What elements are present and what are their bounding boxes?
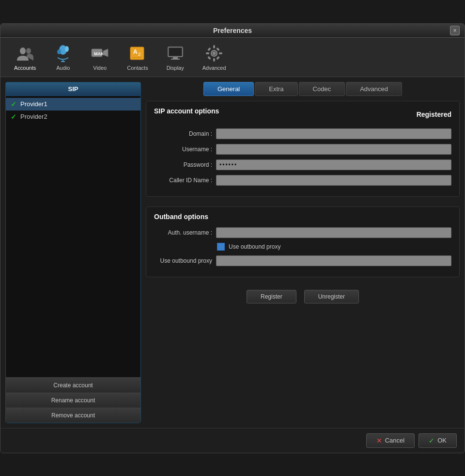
account-list: ✓ Provider1 ✓ Provider2: [6, 96, 140, 377]
cancel-icon: ✕: [376, 437, 382, 444]
svg-rect-26: [207, 56, 211, 60]
close-button[interactable]: ×: [450, 26, 460, 35]
callerid-row: Caller ID Name :: [154, 175, 451, 186]
registered-status: Registered: [417, 111, 451, 118]
check-icon-provider2: ✓: [11, 113, 16, 121]
left-panel: SIP ✓ Provider1 ✓ Provider2 Create accou…: [5, 82, 141, 423]
create-account-button[interactable]: Create account: [6, 378, 140, 393]
advanced-icon: [204, 44, 224, 63]
toolbar-advanced-label: Advanced: [202, 65, 226, 71]
svg-rect-25: [216, 47, 220, 51]
svg-text:Z: Z: [138, 52, 141, 57]
svg-rect-22: [206, 52, 209, 54]
outbound-proxy-row: Use outbound proxy: [154, 255, 451, 266]
svg-rect-21: [213, 58, 215, 62]
svg-rect-24: [207, 47, 211, 51]
sip-options-section: SIP account options Registered Domain : …: [146, 101, 460, 197]
account-name-provider2: Provider2: [20, 113, 47, 120]
outband-title: Outband options: [154, 213, 451, 221]
remove-account-button[interactable]: Remove account: [6, 408, 140, 423]
account-item-provider1[interactable]: ✓ Provider1: [6, 98, 140, 111]
cancel-label: Cancel: [385, 437, 404, 444]
use-outbound-proxy-row: Use outbound proxy: [154, 243, 451, 251]
svg-rect-16: [173, 57, 178, 59]
account-action-buttons: Create account Rename account Remove acc…: [6, 377, 140, 423]
toolbar-video[interactable]: MAKE Video: [86, 42, 113, 73]
account-item-provider2[interactable]: ✓ Provider2: [6, 111, 140, 123]
svg-rect-17: [171, 59, 180, 60]
title-bar: Preferences ×: [0, 24, 465, 38]
toolbar-display[interactable]: Display: [162, 42, 189, 73]
tab-codec[interactable]: Codec: [299, 82, 345, 96]
username-label: Username :: [154, 146, 212, 153]
register-button[interactable]: Register: [247, 290, 296, 303]
svg-rect-15: [169, 48, 182, 56]
password-input[interactable]: [216, 159, 451, 170]
main-content: SIP ✓ Provider1 ✓ Provider2 Create accou…: [0, 77, 465, 428]
action-buttons: Register Unregister: [146, 290, 460, 303]
preferences-dialog: Preferences × Accounts: [0, 23, 465, 453]
svg-point-3: [57, 49, 61, 54]
account-name-provider1: Provider1: [20, 100, 47, 108]
toolbar-audio[interactable]: Audio: [49, 42, 77, 73]
dialog-footer: ✕ Cancel ✓ OK: [0, 428, 465, 453]
sip-header: SIP: [6, 82, 140, 96]
check-icon-provider1: ✓: [11, 100, 16, 108]
use-outbound-proxy-checkbox[interactable]: [217, 243, 225, 251]
tab-extra[interactable]: Extra: [255, 82, 297, 96]
video-icon: MAKE: [90, 44, 109, 63]
toolbar-accounts-label: Accounts: [14, 65, 36, 71]
svg-point-19: [213, 52, 216, 55]
outbound-proxy-label: Use outbound proxy: [154, 257, 212, 264]
toolbar-display-label: Display: [167, 65, 184, 71]
sip-options-title: SIP account options: [154, 107, 219, 115]
toolbar-advanced[interactable]: Advanced: [199, 42, 230, 73]
display-icon: [166, 44, 185, 63]
cancel-button[interactable]: ✕ Cancel: [366, 433, 415, 448]
svg-rect-27: [216, 56, 220, 60]
use-outbound-proxy-label: Use outbound proxy: [229, 243, 280, 250]
tabs-row: General Extra Codec Advanced: [146, 82, 460, 96]
contacts-icon: A Z: [128, 44, 147, 63]
svg-point-4: [65, 46, 69, 52]
outband-options-section: Outband options Auth. username : Use out…: [146, 206, 460, 277]
toolbar-contacts-label: Contacts: [127, 65, 148, 71]
domain-row: Domain :: [154, 128, 451, 139]
password-row: Password :: [154, 159, 451, 170]
svg-rect-20: [213, 45, 215, 48]
callerid-input[interactable]: [216, 175, 451, 186]
svg-text:A: A: [133, 48, 138, 55]
ok-label: OK: [437, 437, 447, 444]
username-row: Username :: [154, 144, 451, 155]
ok-icon: ✓: [429, 437, 434, 444]
audio-icon: [53, 44, 73, 63]
password-label: Password :: [154, 161, 212, 168]
toolbar: Accounts Audio MAKE: [0, 38, 465, 77]
outbound-proxy-input[interactable]: [216, 255, 451, 266]
svg-rect-23: [219, 52, 222, 54]
domain-label: Domain :: [154, 130, 212, 137]
svg-point-1: [26, 48, 31, 54]
auth-username-input[interactable]: [216, 227, 451, 238]
dialog-title: Preferences: [213, 27, 252, 34]
right-panel: General Extra Codec Advanced SIP account…: [146, 82, 460, 423]
accounts-icon: [16, 44, 35, 63]
tab-advanced[interactable]: Advanced: [346, 82, 402, 96]
tab-general[interactable]: General: [203, 82, 254, 96]
toolbar-accounts[interactable]: Accounts: [10, 42, 40, 73]
toolbar-contacts[interactable]: A Z Contacts: [123, 42, 152, 73]
unregister-button[interactable]: Unregister: [304, 290, 359, 303]
auth-username-row: Auth. username :: [154, 227, 451, 238]
callerid-label: Caller ID Name :: [154, 177, 212, 184]
auth-username-label: Auth. username :: [154, 229, 212, 236]
sip-options-header: SIP account options Registered: [154, 107, 451, 122]
ok-button[interactable]: ✓ OK: [418, 433, 457, 448]
rename-account-button[interactable]: Rename account: [6, 393, 140, 408]
domain-input[interactable]: [216, 128, 451, 139]
toolbar-audio-label: Audio: [56, 65, 70, 71]
toolbar-video-label: Video: [93, 65, 107, 71]
svg-point-0: [20, 48, 26, 54]
username-input[interactable]: [216, 144, 451, 155]
